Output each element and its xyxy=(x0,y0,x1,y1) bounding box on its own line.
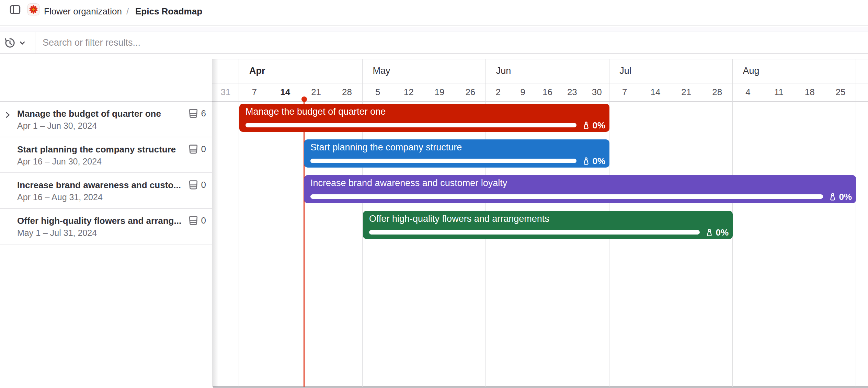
date-tick: 9 xyxy=(511,83,535,101)
date-tick: 14 xyxy=(270,83,301,101)
breadcrumb-org[interactable]: Flower organization xyxy=(44,5,122,18)
epic-bar-label: Offer high-quality flowers and arrangeme… xyxy=(369,214,728,224)
epic-bar-label: Manage the budget of quarter one xyxy=(245,106,605,117)
date-tick: 26 xyxy=(455,83,486,101)
epic-meta: 0 xyxy=(188,144,206,155)
epic-date-range: Apr 16 – Aug 31, 2024 xyxy=(17,192,103,202)
search-divider xyxy=(35,32,35,53)
epic-list-item[interactable]: Increase brand awareness and custo... Ap… xyxy=(0,173,212,209)
epic-title[interactable]: Manage the budget of quarter one xyxy=(17,109,181,119)
epic-date-range: Apr 16 – Jun 30, 2024 xyxy=(17,157,102,167)
epic-date-range: Apr 1 – Jun 30, 2024 xyxy=(17,121,97,131)
date-tick: 25 xyxy=(825,83,856,101)
epic-meta: 0 xyxy=(188,180,206,190)
date-tick: 4 xyxy=(733,83,764,101)
organization-avatar[interactable] xyxy=(27,3,39,15)
epic-icon xyxy=(188,180,198,190)
sidebar-toggle-button[interactable] xyxy=(9,4,22,15)
horizontal-scrollbar[interactable] xyxy=(213,386,868,388)
epic-progress-percent: 0% xyxy=(592,120,605,131)
epic-child-count: 0 xyxy=(201,180,206,190)
epic-timeline-bar[interactable]: Offer high-quality flowers and arrangeme… xyxy=(363,211,733,239)
search-input[interactable] xyxy=(43,35,832,50)
expand-chevron-icon[interactable] xyxy=(3,111,12,119)
date-tick: 18 xyxy=(794,83,825,101)
date-tick: 12 xyxy=(393,83,424,101)
date-tick: 21 xyxy=(671,83,702,101)
weight-icon xyxy=(828,193,837,202)
epic-timeline-bar[interactable]: Manage the budget of quarter one 0% xyxy=(239,104,609,132)
epic-row-separator xyxy=(0,244,212,244)
epic-progress-percent: 0% xyxy=(592,156,605,167)
epic-bar-label: Start planning the company structure xyxy=(310,142,605,153)
month-label: May xyxy=(362,59,486,83)
epic-progress-bar xyxy=(310,159,576,163)
epic-meta: 6 xyxy=(188,108,206,119)
epic-icon xyxy=(188,216,198,226)
date-tick: 28 xyxy=(332,83,363,101)
epic-child-count: 6 xyxy=(201,108,206,119)
epic-icon xyxy=(188,144,198,155)
today-marker-dot xyxy=(301,96,307,102)
epic-timeline-bar[interactable]: Start planning the company structure 0% xyxy=(304,139,609,168)
epic-list-item[interactable]: Manage the budget of quarter one Apr 1 –… xyxy=(0,102,212,137)
breadcrumb-page-title: Epics Roadmap xyxy=(135,5,202,18)
date-tick: 30 xyxy=(584,83,609,101)
top-bar: Flower organization / Epics Roadmap xyxy=(0,0,868,26)
date-tick: 19 xyxy=(424,83,455,101)
date-tick: 2 xyxy=(486,83,511,101)
month-label: Aug xyxy=(733,59,856,83)
epic-child-count: 0 xyxy=(201,215,206,226)
page-gap-band xyxy=(0,27,868,32)
date-tick: 16 xyxy=(535,83,560,101)
month-label: Jun xyxy=(486,59,609,83)
date-tick: 11 xyxy=(763,83,794,101)
date-tick: 5 xyxy=(362,83,393,101)
epic-progress-bar xyxy=(310,194,823,199)
epic-meta: 0 xyxy=(188,215,206,226)
epic-list-item[interactable]: Start planning the company structure Apr… xyxy=(0,137,212,173)
date-tick: 7 xyxy=(609,83,640,101)
scroll-shadow xyxy=(212,59,218,387)
epic-progress-bar xyxy=(369,230,700,235)
weight-icon xyxy=(705,228,714,237)
epic-progress-bar xyxy=(245,123,576,127)
breadcrumb-separator: / xyxy=(126,5,129,18)
epic-bar-label: Increase brand awareness and customer lo… xyxy=(310,178,851,189)
month-gridline xyxy=(856,59,856,387)
epic-weight: 0% xyxy=(705,227,729,238)
epic-icon xyxy=(188,109,198,119)
date-tick: 23 xyxy=(560,83,584,101)
epic-child-count: 0 xyxy=(201,144,206,155)
weight-icon xyxy=(582,121,591,130)
epic-title[interactable]: Offer high-quality flowers and arrang... xyxy=(17,216,181,226)
epic-list-item[interactable]: Offer high-quality flowers and arrang...… xyxy=(0,209,212,244)
chevron-down-icon xyxy=(18,38,27,47)
date-tick: 14 xyxy=(640,83,671,101)
month-label: Jul xyxy=(609,59,732,83)
epic-title[interactable]: Start planning the company structure xyxy=(17,144,181,155)
sidebar-toggle-icon xyxy=(9,4,22,15)
weight-icon xyxy=(582,157,591,166)
epic-weight: 0% xyxy=(582,120,605,131)
filter-bar xyxy=(0,32,868,54)
month-label: Apr xyxy=(239,59,362,83)
epic-weight: 0% xyxy=(828,192,852,202)
flower-icon xyxy=(29,5,38,14)
epic-title[interactable]: Increase brand awareness and custo... xyxy=(17,180,181,191)
epic-progress-percent: 0% xyxy=(839,192,852,202)
epic-date-range: May 1 – Jul 31, 2024 xyxy=(17,228,97,238)
epic-progress-percent: 0% xyxy=(716,227,729,238)
search-history-button[interactable] xyxy=(4,37,33,49)
history-icon xyxy=(4,37,16,49)
date-tick: 28 xyxy=(702,83,733,101)
date-tick: 7 xyxy=(239,83,270,101)
epic-weight: 0% xyxy=(582,156,605,167)
epic-timeline-bar[interactable]: Increase brand awareness and customer lo… xyxy=(304,175,856,203)
